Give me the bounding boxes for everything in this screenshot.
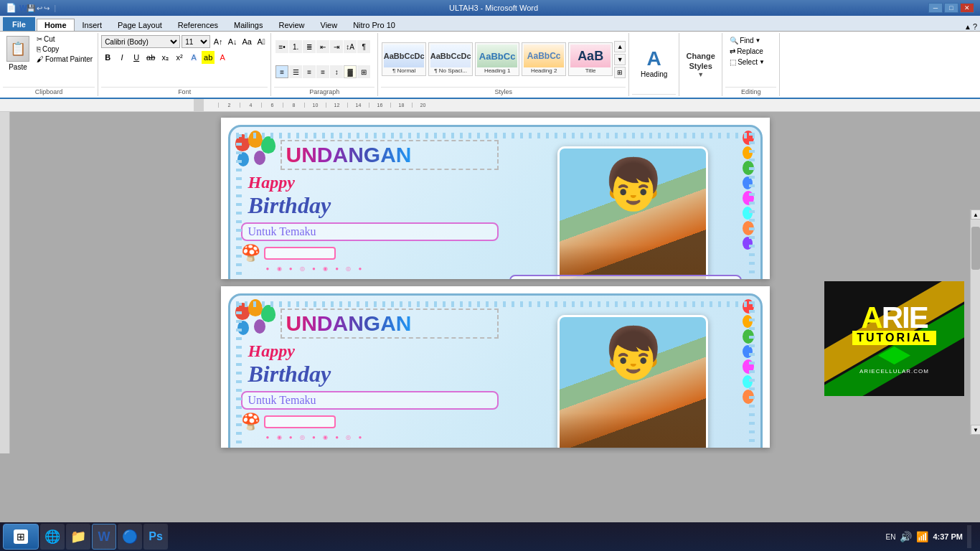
multilevel-button[interactable]: ≣	[303, 40, 316, 53]
style-no-spacing-preview: AaBbCcDc	[430, 44, 471, 67]
superscript-button[interactable]: x²	[173, 51, 186, 64]
copy-button[interactable]: ⎘ Copy	[34, 44, 95, 54]
scroll-track[interactable]	[971, 220, 980, 425]
italic-button[interactable]: I	[116, 51, 128, 64]
numbering-button[interactable]: 1.	[289, 40, 302, 53]
borders-button[interactable]: ⊞	[357, 65, 370, 78]
taskbar-ie[interactable]: 🌐	[40, 524, 65, 550]
tab-mailings[interactable]: Mailings	[226, 19, 270, 31]
scrollbar[interactable]: ▲ ▼	[970, 209, 980, 435]
replace-button[interactable]: ⇄ Replace	[727, 47, 766, 56]
close-button[interactable]: ✕	[960, 3, 974, 13]
volume-icon: 🔊	[900, 531, 912, 542]
subscript-button[interactable]: x₂	[159, 51, 171, 64]
heading-group-label	[632, 94, 676, 96]
tab-page-layout[interactable]: Page Layout	[110, 19, 170, 31]
ie-icon: 🌐	[44, 529, 60, 545]
chrome-icon: 🔵	[122, 529, 138, 545]
tab-nitro[interactable]: Nitro Pro 10	[345, 19, 403, 31]
invitation-card-1: UNDANGAN Happy Birthday Untuk Temaku	[228, 125, 763, 279]
text-effect-button[interactable]: A	[187, 51, 200, 64]
line-spacing-button[interactable]: ↕	[330, 65, 343, 78]
change-case-button[interactable]: Aa	[240, 35, 253, 48]
align-right-button[interactable]: ≡	[303, 65, 316, 78]
show-desktop-button[interactable]	[967, 525, 971, 548]
taskbar-explorer[interactable]: 📁	[66, 524, 90, 550]
happy-birthday-2: Happy Birthday	[248, 342, 499, 387]
document-scroll[interactable]: UNDANGAN Happy Birthday Untuk Temaku	[10, 112, 980, 453]
paste-button[interactable]: 📋 Paste	[3, 34, 33, 72]
highlight-button[interactable]: ab	[202, 51, 215, 64]
styles-scroll-up[interactable]: ▲	[614, 41, 626, 52]
strikethrough-button[interactable]: ab	[144, 51, 157, 64]
tab-review[interactable]: Review	[270, 19, 312, 31]
style-no-spacing[interactable]: AaBbCcDc ¶ No Spaci...	[428, 42, 473, 76]
find-icon: 🔍	[730, 37, 738, 44]
taskbar-word[interactable]: W	[92, 524, 116, 550]
scroll-thumb[interactable]	[971, 227, 980, 270]
editing-group: 🔍 Find ▼ ⇄ Replace ⬚ Select ▼ Editing	[722, 33, 780, 96]
increase-indent-button[interactable]: ⇥	[330, 40, 343, 53]
minimize-button[interactable]: ─	[928, 3, 943, 13]
style-title[interactable]: AaB Title	[568, 42, 613, 76]
align-left-button[interactable]: ≡	[275, 65, 288, 78]
underline-button[interactable]: U	[130, 51, 143, 64]
sort-button[interactable]: ↕A	[344, 40, 357, 53]
tab-home[interactable]: Home	[37, 19, 75, 31]
justify-button[interactable]: ≡	[316, 65, 329, 78]
tab-file[interactable]: File	[3, 17, 35, 31]
decrease-indent-button[interactable]: ⇤	[316, 40, 329, 53]
tab-view[interactable]: View	[313, 19, 346, 31]
dots-deco-2: ● ◉ ● ◎ ● ◉ ● ◎ ●	[266, 434, 499, 441]
font-size-select[interactable]: 11	[182, 35, 210, 48]
replace-label: Replace	[737, 47, 763, 55]
quick-access-save[interactable]: 💾	[27, 4, 35, 12]
bold-button[interactable]: B	[101, 51, 114, 64]
heading-button[interactable]: A Heading	[635, 44, 673, 81]
help-icon[interactable]: ?	[973, 22, 977, 31]
select-button[interactable]: ⬚ Select ▼	[727, 57, 768, 67]
paste-icon: 📋	[6, 36, 29, 62]
taskbar-photoshop[interactable]: Ps	[143, 524, 168, 550]
styles-scroll[interactable]: ▲ ▼ ⊞	[614, 41, 626, 78]
bullets-button[interactable]: ≡•	[275, 40, 288, 53]
font-name-select[interactable]: Calibri (Body)	[101, 35, 180, 48]
styles-group: AaBbCcDc ¶ Normal AaBbCcDc ¶ No Spaci...…	[378, 33, 629, 96]
font-shrink-button[interactable]: A↓	[226, 35, 239, 48]
style-heading1[interactable]: AaBbCc Heading 1	[475, 42, 519, 76]
tab-insert[interactable]: Insert	[75, 19, 110, 31]
copy-icon: ⎘	[37, 45, 41, 53]
taskbar-chrome[interactable]: 🔵	[118, 524, 142, 550]
start-button[interactable]: ⊞	[3, 524, 39, 550]
shading-button[interactable]: ▓	[344, 65, 357, 78]
style-heading2[interactable]: AaBbCc Heading 2	[522, 42, 566, 76]
card-left-1: UNDANGAN Happy Birthday Untuk Temaku	[230, 127, 506, 279]
show-hide-button[interactable]: ¶	[357, 40, 370, 53]
wm-a-letter: A	[861, 301, 881, 334]
find-button[interactable]: 🔍 Find ▼	[727, 36, 763, 45]
clock[interactable]: 4:37 PM	[933, 532, 963, 541]
style-normal[interactable]: AaBbCcDc ¶ Normal	[382, 42, 426, 76]
tab-references[interactable]: References	[170, 19, 226, 31]
quick-access-redo[interactable]: ↪	[44, 4, 50, 12]
font-grow-button[interactable]: A↑	[212, 35, 225, 48]
select-label: Select	[738, 58, 758, 66]
right-balloons-1	[743, 131, 754, 250]
ribbon-collapse[interactable]: ▲	[964, 23, 971, 31]
undangan-title-1: UNDANGAN	[281, 140, 499, 170]
clear-format-button[interactable]: A⃝	[255, 35, 268, 48]
styles-scroll-down[interactable]: ▼	[614, 54, 626, 65]
scroll-down-button[interactable]: ▼	[971, 425, 980, 435]
window-title: ULTAH3 - Microsoft Word	[59, 4, 928, 12]
change-styles-button[interactable]: ChangeStyles ▼	[683, 48, 717, 82]
style-h2-label: Heading 2	[531, 67, 557, 74]
cut-button[interactable]: ✂ Cut	[34, 34, 95, 44]
format-painter-button[interactable]: 🖌 Format Painter	[34, 55, 95, 64]
quick-access-undo[interactable]: ↩	[37, 4, 42, 12]
paragraph-label: Paragraph	[274, 87, 374, 96]
styles-more[interactable]: ⊞	[614, 67, 626, 78]
font-color-button[interactable]: A	[216, 51, 229, 64]
scroll-up-button[interactable]: ▲	[971, 209, 980, 220]
maximize-button[interactable]: □	[944, 3, 958, 13]
align-center-button[interactable]: ☰	[289, 65, 302, 78]
